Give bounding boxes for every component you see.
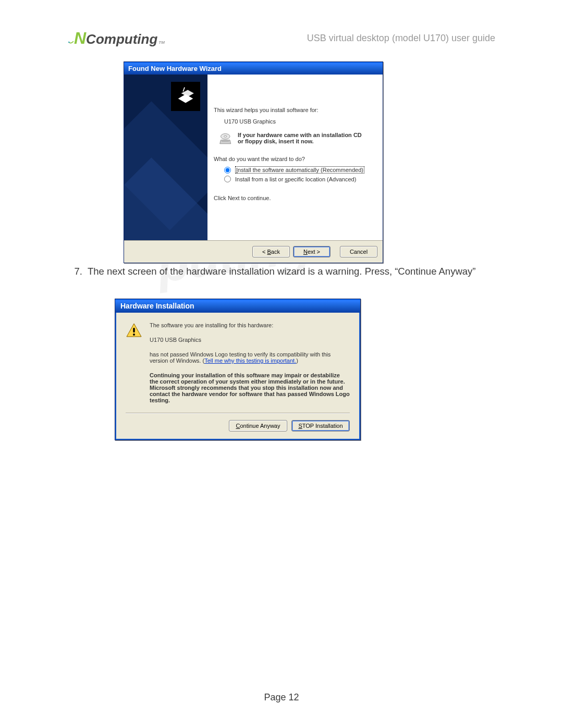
dialog2-titlebar: Hardware Installation	[115, 299, 360, 313]
click-next-text: Click Next to continue.	[214, 195, 376, 201]
stop-rest: TOP Installation	[302, 423, 343, 429]
svg-rect-1	[182, 87, 185, 91]
page-number: Page 12	[0, 692, 563, 703]
cd-hint-text: If your hardware came with an installati…	[238, 132, 362, 144]
wizard1-footer: < Back Next > Cancel	[124, 240, 383, 263]
next-button[interactable]: Next >	[293, 246, 331, 257]
svg-rect-5	[133, 328, 134, 332]
found-new-hardware-wizard-window: Found New Hardware Wizard This wizard he…	[124, 61, 383, 263]
dialog2-device: U170 USB Graphics	[150, 337, 350, 343]
dialog2-logo-test-text: has not passed Windows Logo testing to v…	[150, 351, 350, 364]
radio1-text: nstall the software automatically (Recom…	[238, 167, 363, 173]
tell-me-why-link[interactable]: Tell me why this testing is important.	[204, 357, 296, 364]
hardware-icon	[171, 82, 200, 111]
next-key: N	[303, 249, 308, 255]
wizard1-device-name: U170 USB Graphics	[224, 118, 376, 125]
cd-hint-line2: or floppy disk, insert it now.	[238, 138, 314, 144]
logo-n: N	[74, 29, 86, 48]
hardware-installation-dialog: Hardware Installation The software you a…	[115, 299, 361, 440]
stop-installation-button[interactable]: STOP Installation	[291, 420, 350, 431]
cd-icon	[219, 132, 234, 146]
wizard1-intro-text: This wizard helps you install software f…	[214, 107, 376, 113]
dialog2-content: The software you are installing for this…	[150, 322, 350, 403]
svg-rect-4	[222, 141, 229, 142]
warning-icon	[126, 322, 142, 403]
wizard1-content: This wizard helps you install software f…	[207, 75, 383, 240]
back-button[interactable]: < Back	[252, 246, 290, 257]
line2b: )	[296, 357, 298, 364]
dialog2-warning-bold: Continuing your installation of this sof…	[150, 372, 350, 403]
next-rest: ext >	[308, 249, 320, 255]
logo-text: Computing	[86, 31, 157, 47]
continue-anyway-button[interactable]: Continue Anyway	[229, 420, 287, 431]
radio2-suffix: pecific location (Advanced)	[288, 176, 356, 182]
step-7-text: 7. The next screen of the hardware insta…	[72, 265, 495, 278]
cancel-button[interactable]: Cancel	[340, 246, 377, 257]
stop-key: S	[298, 423, 302, 429]
radio2-prefix: Install from a list or	[235, 176, 285, 182]
wizard1-prompt: What do you want the wizard to do?	[214, 156, 376, 162]
step-description: The next screen of the hardware installa…	[88, 265, 475, 278]
radio-install-specific[interactable]: Install from a list or specific location…	[224, 176, 376, 182]
wizard1-sidebar-graphic	[124, 75, 207, 240]
svg-point-3	[224, 135, 227, 137]
ncomputing-logo: NComputingTM	[68, 29, 165, 48]
back-key: B	[267, 249, 271, 255]
separator	[126, 413, 350, 414]
radio-auto-input[interactable]	[224, 167, 231, 174]
svg-point-0	[68, 42, 69, 43]
logo-swoosh-icon	[68, 38, 74, 44]
step-number: 7.	[72, 265, 82, 278]
page-header: NComputingTM USB virtual desktop (model …	[68, 29, 495, 48]
back-rest: ack	[271, 249, 280, 255]
logo-tm: TM	[158, 40, 165, 45]
doc-title: USB virtual desktop (model U170) user gu…	[307, 33, 495, 44]
back-prefix: <	[262, 249, 267, 255]
radio-specific-input[interactable]	[224, 176, 231, 182]
cd-hint-line1: If your hardware came with an installati…	[238, 132, 362, 138]
svg-point-6	[133, 334, 135, 336]
radio-install-auto[interactable]: Install the software automatically (Reco…	[224, 166, 376, 174]
dialog2-line1: The software you are installing for this…	[150, 322, 350, 328]
wizard1-titlebar: Found New Hardware Wizard	[124, 62, 383, 75]
cont-rest: ontinue Anyway	[240, 423, 280, 429]
